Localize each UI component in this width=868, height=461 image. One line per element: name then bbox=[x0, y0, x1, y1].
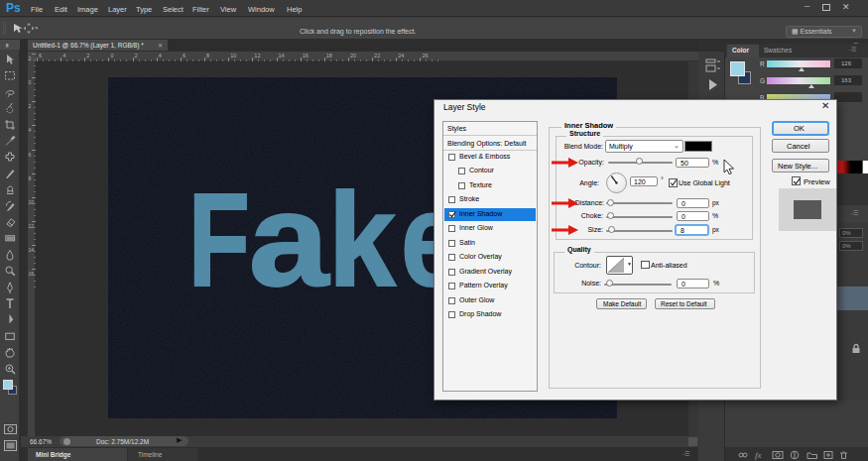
svg-text:fx: fx bbox=[755, 450, 762, 460]
